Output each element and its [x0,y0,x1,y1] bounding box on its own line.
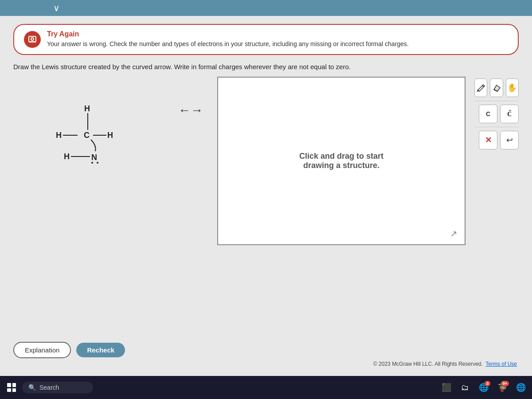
main-content: Try Again Your answer is wrong. Check th… [0,16,532,376]
canvas-placeholder: Click and drag to start drawing a struct… [299,152,383,170]
carbon-button[interactable]: C [479,105,497,123]
chevron-icon[interactable]: ∨ [53,3,60,13]
svg-text:N: N [91,153,97,162]
cursor-icon: ↗ [450,228,458,239]
bottom-buttons: Explanation Recheck [13,342,519,358]
app-badge: 9+ [501,381,509,386]
explanation-button[interactable]: Explanation [13,342,71,358]
media-icon: ⬛ [442,383,451,392]
try-again-banner: Try Again Your answer is wrong. Check th… [13,24,519,55]
drawing-row: H C H H N H [13,77,519,336]
svg-point-1 [31,38,34,40]
win-grid-cell-tl [7,383,11,387]
svg-text:H: H [56,131,62,140]
search-label: Search [39,384,59,391]
svg-text:C: C [84,131,90,140]
taskbar-browser2-button[interactable]: 🌐 [513,380,528,395]
bottom-section: Explanation Recheck © 2023 McGraw Hill L… [13,342,519,371]
terms-of-use-link[interactable]: Terms of Use [485,361,517,367]
copyright-notice: © 2023 McGraw Hill LLC. All Rights Reser… [373,361,483,367]
search-icon: 🔍 [28,384,36,391]
browser1-badge: 3 [485,381,490,386]
taskbar-app-button[interactable]: 🦆 9+ [495,380,510,395]
pencil-button[interactable] [474,78,487,97]
win-grid-cell-bl [7,388,11,392]
try-again-icon [24,31,41,48]
carbon-dot-button[interactable]: C̈ [500,105,519,123]
eraser-button[interactable] [490,78,503,97]
close-button[interactable]: ✕ [479,131,497,149]
toolbar-row-3: ✕ ↩ [474,131,519,149]
files-icon: 🗂 [461,383,469,392]
hand-button[interactable]: ✋ [506,78,519,97]
toolbar-divider-1 [474,101,519,101]
toolbar-row-2: C C̈ [474,105,519,123]
taskbar-media-button[interactable]: ⬛ [439,380,454,395]
toolbar-row-1: ✋ [474,78,519,97]
svg-text:H: H [107,131,113,140]
svg-point-12 [97,162,98,164]
taskbar-icons: ⬛ 🗂 🌐 3 🦆 9+ 🌐 [439,380,528,395]
canvas-placeholder-line1: Click and drag to start [299,152,383,161]
molecule-area: H C H H N H [13,77,164,192]
try-again-text-block: Try Again Your answer is wrong. Check th… [47,30,409,49]
svg-point-11 [91,162,93,164]
taskbar-files-button[interactable]: 🗂 [458,380,473,395]
taskbar-search[interactable]: 🔍 Search [22,382,93,393]
molecule-svg: H C H H N H [31,99,146,179]
drawing-canvas[interactable]: Click and drag to start drawing a struct… [217,77,466,245]
canvas-placeholder-line2: drawing a structure. [299,161,383,170]
toolbar: ✋ C C̈ ✕ ↩ [474,77,519,149]
win-grid-cell-br [12,388,16,392]
copyright-text: © 2023 McGraw Hill LLC. All Rights Reser… [13,361,519,367]
recheck-button[interactable]: Recheck [76,343,125,357]
svg-text:H: H [84,104,90,113]
try-again-message: Your answer is wrong. Check the number a… [47,40,409,49]
reaction-arrow-icon: ←→ [178,103,203,117]
windows-logo [7,383,16,392]
try-again-title: Try Again [47,30,409,38]
undo-button[interactable]: ↩ [500,131,519,149]
svg-rect-0 [29,36,36,42]
taskbar: 🔍 Search ⬛ 🗂 🌐 3 🦆 9+ 🌐 [0,376,532,399]
toolbar-divider-2 [474,127,519,127]
svg-text:H: H [64,152,70,161]
question-text: Draw the Lewis structure created by the … [13,63,519,70]
win-grid-cell-tr [12,383,16,387]
top-bar: ∨ [0,0,532,16]
start-button[interactable] [4,379,20,395]
browser2-icon: 🌐 [516,383,526,392]
taskbar-browser1-button[interactable]: 🌐 3 [476,380,491,395]
reaction-arrow-area: ←→ [173,77,208,117]
canvas-wrapper: Click and drag to start drawing a struct… [217,77,466,245]
